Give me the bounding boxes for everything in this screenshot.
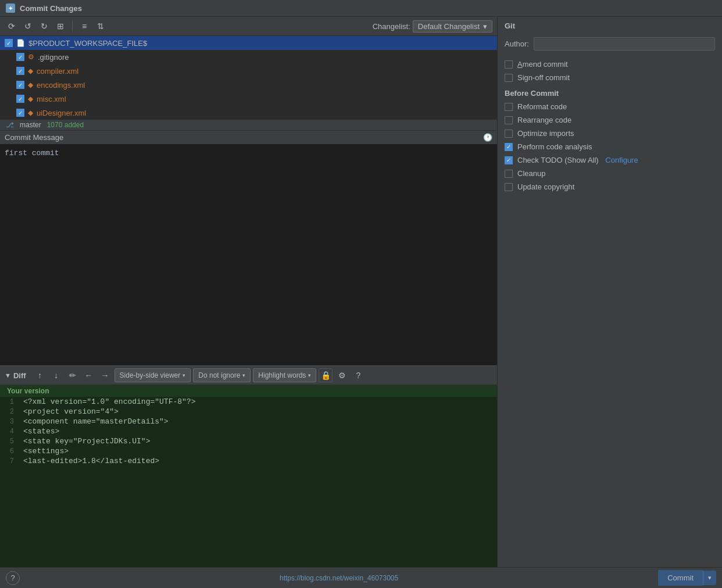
file-item[interactable]: ◆ uiDesigner.xml <box>0 106 497 120</box>
changelist-dropdown[interactable]: Default Changelist ▾ <box>413 20 492 33</box>
refresh-btn[interactable]: ⟳ <box>5 19 19 33</box>
highlight-dropdown[interactable]: Highlight words ▾ <box>253 368 316 382</box>
file-name: .gitignore <box>38 53 69 62</box>
help-button[interactable]: ? <box>6 571 20 585</box>
file-item[interactable]: 📄 $PRODUCT_WORKSPACE_FILE$ <box>0 36 497 50</box>
lock-btn[interactable]: 🔒 <box>319 368 333 382</box>
diff-header: ▼ Diff ↑ ↓ ✏ ← → Side-by-side viewer ▾ D… <box>0 365 497 385</box>
git-section-title: Git <box>505 21 715 33</box>
commit-message-section: Commit Message 🕐 first commit <box>0 131 497 365</box>
file-item[interactable]: ◆ encodings.xml <box>0 78 497 92</box>
file-checkbox[interactable] <box>16 81 24 89</box>
collapse-btn[interactable]: ⇅ <box>94 19 108 33</box>
copyright-checkbox[interactable] <box>505 183 513 191</box>
viewer-chevron-icon: ▾ <box>183 372 185 378</box>
cleanup-checkbox[interactable] <box>505 170 513 178</box>
cleanup-row: Cleanup <box>505 169 715 178</box>
group-btn[interactable]: ⊞ <box>53 19 67 33</box>
commit-btn-group: Commit ▾ <box>658 570 716 586</box>
url-text: https://blog.csdn.net/weixin_46073005 <box>280 574 398 582</box>
diff-line: 5 <state key="ProjectJDKs.UI"> <box>0 436 497 446</box>
author-label: Author: <box>505 40 529 48</box>
diff-line: 3 <component name="masterDetails"> <box>0 417 497 426</box>
file-name: misc.xml <box>37 95 66 103</box>
checktodo-row: Check TODO (Show All) Configure <box>505 156 715 164</box>
bottom-bar: ? https://blog.csdn.net/weixin_46073005 … <box>0 567 722 588</box>
file-item[interactable]: ◆ compiler.xml <box>0 64 497 78</box>
optimize-label: Optimize imports <box>517 129 574 138</box>
diff-label: Diff <box>13 371 26 380</box>
codeanalysis-checkbox[interactable] <box>505 143 513 151</box>
diff-down-btn[interactable]: ↓ <box>49 368 63 382</box>
configure-link[interactable]: Configure <box>605 156 638 164</box>
file-checkbox[interactable] <box>5 39 13 47</box>
branch-icon: ⎇ <box>6 121 14 129</box>
line-number: 3 <box>0 418 19 426</box>
line-number: 7 <box>0 457 19 465</box>
changelist-label: Changelist: <box>373 22 410 31</box>
commit-button[interactable]: Commit <box>658 570 703 586</box>
rearrange-label: Rearrange code <box>517 116 571 124</box>
diff-line: 1 <?xml version="1.0" encoding="UTF-8"?> <box>0 397 497 407</box>
file-status-bar: ⎇ master 1070 added <box>0 120 497 131</box>
copyright-row: Update copyright <box>505 182 715 191</box>
branch-name: master <box>20 121 41 129</box>
file-name: encodings.xml <box>37 81 85 89</box>
expand-btn[interactable]: ≡ <box>77 19 91 33</box>
codeanalysis-label: Perform code analysis <box>517 142 592 151</box>
amend-checkbox[interactable] <box>505 60 513 69</box>
settings-btn[interactable]: ⚙ <box>335 368 349 382</box>
commit-dropdown-button[interactable]: ▾ <box>703 571 716 585</box>
file-checkbox[interactable] <box>16 67 24 75</box>
line-number: 6 <box>0 447 19 456</box>
reload-btn[interactable]: ↻ <box>37 19 51 33</box>
reformat-label: Reformat code <box>517 102 567 111</box>
diff-chevron-icon[interactable]: ▼ <box>5 372 11 379</box>
author-row: Author: <box>505 37 715 51</box>
clock-icon: 🕐 <box>483 133 492 142</box>
diff-line: 2 <project version="4"> <box>0 407 497 417</box>
diff-prev-btn[interactable]: ← <box>82 368 96 382</box>
line-number: 4 <box>0 428 19 436</box>
file-item[interactable]: ⚙ .gitignore <box>0 50 497 64</box>
amend-commit-row: Amend commit <box>505 60 715 69</box>
checktodo-checkbox[interactable] <box>505 156 513 164</box>
file-item[interactable]: ◆ misc.xml <box>0 92 497 106</box>
title-bar: ✦ Commit Changes <box>0 0 722 17</box>
help-diff-btn[interactable]: ? <box>351 368 365 382</box>
file-list[interactable]: 📄 $PRODUCT_WORKSPACE_FILE$ ⚙ .gitignore … <box>0 36 497 120</box>
ignore-dropdown[interactable]: Do not ignore ▾ <box>193 368 251 382</box>
signoff-checkbox[interactable] <box>505 74 513 82</box>
git-icon: ⚙ <box>28 53 34 61</box>
file-checkbox[interactable] <box>16 95 24 103</box>
author-input[interactable] <box>534 37 715 51</box>
line-content: <last-edited>1.8</last-edited> <box>19 457 159 465</box>
commit-msg-textarea[interactable]: first commit <box>0 144 497 365</box>
diff-up-btn[interactable]: ↑ <box>33 368 47 382</box>
rollback-btn[interactable]: ↺ <box>21 19 35 33</box>
xml-icon: ◆ <box>28 95 33 103</box>
file-checkbox[interactable] <box>16 53 24 61</box>
line-content: <settings> <box>19 447 69 456</box>
diff-next-btn[interactable]: → <box>98 368 112 382</box>
file-name: uiDesigner.xml <box>37 109 86 117</box>
diff-line: 7 <last-edited>1.8</last-edited> <box>0 456 497 466</box>
rearrange-checkbox[interactable] <box>505 116 513 124</box>
optimize-checkbox[interactable] <box>505 130 513 138</box>
signoff-label: Sign-off commit <box>517 73 570 82</box>
reformat-checkbox[interactable] <box>505 103 513 111</box>
app-icon: ✦ <box>6 3 15 13</box>
viewer-dropdown[interactable]: Side-by-side viewer ▾ <box>115 368 191 382</box>
diff-line: 6 <settings> <box>0 446 497 456</box>
version-label: Your version <box>0 385 497 397</box>
copyright-label: Update copyright <box>517 182 574 191</box>
reformat-row: Reformat code <box>505 102 715 111</box>
file-checkbox[interactable] <box>16 109 24 117</box>
checktodo-label: Check TODO (Show All) <box>517 156 601 164</box>
file-name: $PRODUCT_WORKSPACE_FILE$ <box>28 39 147 48</box>
diff-edit-btn[interactable]: ✏ <box>66 368 80 382</box>
line-content: <project version="4"> <box>19 407 119 416</box>
xml-icon: ◆ <box>28 109 33 117</box>
toolbar-sep1 <box>72 20 73 32</box>
line-content: <states> <box>19 427 59 436</box>
